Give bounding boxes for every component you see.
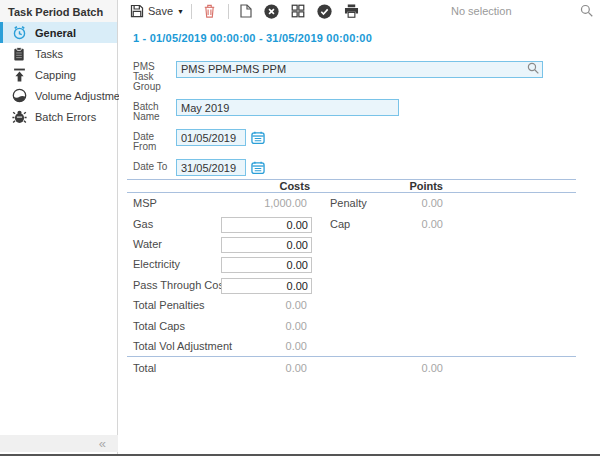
total-vol-adjustment-value: 0.00 [221, 340, 312, 352]
table-row-gas: Gas Cap 0.00 [133, 213, 600, 233]
row-label: Water [133, 238, 221, 250]
batch-name-label: Batch Name [133, 99, 176, 122]
pms-task-group-input[interactable] [176, 61, 543, 78]
row-label: Total Caps [133, 320, 221, 332]
print-icon [344, 4, 359, 18]
row-label: Pass Through Costs [133, 279, 221, 291]
sidebar-item-general[interactable]: General [0, 22, 117, 43]
costs-table-body: MSP 1,000.00 Penalty 0.00 Gas Cap 0.00 W… [119, 193, 600, 356]
copy-button[interactable] [240, 4, 252, 18]
dropdown-caret-icon[interactable]: ▼ [177, 8, 184, 15]
row-label: Total Vol Adjustment [133, 340, 221, 352]
sidebar-item-volume-adjustments[interactable]: Volume Adjustments [0, 85, 117, 106]
total-caps-value: 0.00 [221, 320, 312, 332]
trash-icon [203, 4, 216, 18]
sidebar-item-capping[interactable]: Capping [0, 64, 117, 85]
table-row-electricity: Electricity [133, 254, 600, 274]
costs-column-header: Costs [221, 180, 312, 192]
table-row-pass-through-costs: Pass Through Costs [133, 275, 600, 295]
date-to-label: Date To [133, 159, 176, 172]
save-button-label: Save [148, 5, 173, 17]
cap-arrow-icon [11, 67, 27, 83]
sidebar-item-tasks[interactable]: Tasks [0, 43, 117, 64]
cap-label: Cap [330, 218, 400, 230]
row-label: MSP [133, 197, 221, 209]
toolbar-separator [191, 4, 192, 19]
lookup-search-icon[interactable] [527, 62, 539, 74]
row-label: Total Penalties [133, 299, 221, 311]
table-row-total-vol-adjustment: Total Vol Adjustment 0.00 [133, 336, 600, 356]
date-from-input[interactable] [176, 129, 246, 146]
grid-view-button[interactable] [291, 4, 305, 18]
pass-through-costs-input[interactable] [221, 278, 312, 294]
electricity-input[interactable] [221, 257, 312, 273]
save-button[interactable]: Save ▼ [130, 4, 184, 18]
collapse-sidebar-button[interactable]: « [99, 437, 106, 450]
total-label: Total [133, 362, 221, 374]
bug-icon [11, 109, 27, 125]
delete-button[interactable] [203, 4, 216, 18]
search-icon[interactable] [580, 4, 593, 17]
record-header: 1 - 01/05/2019 00:00:00 - 31/05/2019 00:… [133, 32, 600, 44]
save-icon [130, 4, 144, 18]
total-penalties-value: 0.00 [221, 299, 312, 311]
record-form: PMS Task Group Batch Name Date From [119, 59, 600, 176]
row-label: Gas [133, 218, 221, 230]
sidebar-item-label: Batch Errors [35, 111, 96, 123]
table-row-total: Total 0.00 0.00 [133, 357, 600, 379]
batch-name-row: Batch Name [133, 99, 600, 122]
app-window: Task Period Batch General Tasks [0, 0, 600, 456]
approve-button[interactable] [317, 4, 332, 19]
penalty-value: 0.00 [400, 197, 447, 209]
sidebar-item-batch-errors[interactable]: Batch Errors [0, 106, 117, 127]
total-points-value: 0.00 [400, 362, 447, 374]
alarm-clock-icon [11, 25, 27, 41]
table-row-total-caps: Total Caps 0.00 [133, 315, 600, 335]
cancel-circle-icon [264, 4, 279, 19]
costs-table-header: Costs Points [133, 180, 600, 192]
check-circle-icon [317, 4, 332, 19]
grid-icon [291, 4, 305, 18]
clipboard-icon [11, 46, 27, 62]
cancel-button[interactable] [264, 4, 279, 19]
table-row-msp: MSP 1,000.00 Penalty 0.00 [133, 193, 600, 213]
selection-status: No selection [451, 5, 512, 17]
sidebar-item-label: Capping [35, 69, 76, 81]
row-label: Electricity [133, 258, 221, 270]
points-column-header: Points [330, 180, 447, 192]
copy-icon [240, 4, 252, 18]
sidebar-item-label: General [35, 27, 76, 39]
date-to-input[interactable] [176, 159, 246, 176]
total-costs-value: 0.00 [221, 362, 312, 374]
batch-name-input[interactable] [176, 99, 399, 116]
pms-task-group-row: PMS Task Group [133, 59, 600, 92]
sidebar: Task Period Batch General Tasks [0, 0, 118, 454]
toolbar: Save ▼ [119, 0, 600, 22]
sidebar-footer: « [0, 435, 118, 452]
sidebar-item-label: Tasks [35, 48, 63, 60]
half-filled-circle-icon [11, 88, 27, 104]
table-row-water: Water [133, 234, 600, 254]
msp-value: 1,000.00 [221, 197, 312, 209]
main-panel: Save ▼ [119, 0, 600, 454]
gas-input[interactable] [221, 217, 312, 233]
calendar-icon[interactable] [251, 131, 265, 144]
calendar-icon[interactable] [251, 161, 265, 174]
cap-value: 0.00 [400, 218, 447, 230]
print-button[interactable] [344, 4, 359, 18]
table-row-total-penalties: Total Penalties 0.00 [133, 295, 600, 315]
water-input[interactable] [221, 237, 312, 253]
date-to-row: Date To [133, 159, 600, 176]
toolbar-separator [228, 4, 229, 19]
pms-task-group-label: PMS Task Group [133, 59, 176, 92]
penalty-label: Penalty [330, 197, 400, 209]
date-from-label: Date From [133, 129, 176, 152]
date-from-row: Date From [133, 129, 600, 152]
sidebar-title: Task Period Batch [0, 0, 117, 22]
